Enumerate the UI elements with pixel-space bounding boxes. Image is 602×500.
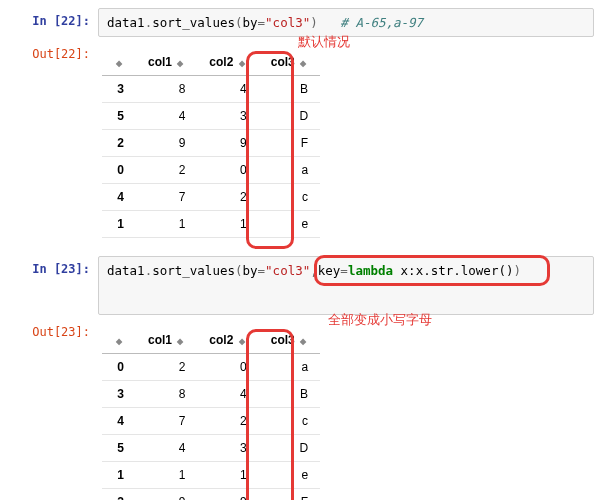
out-prompt-23: Out[23]: bbox=[8, 319, 98, 339]
sort-icon: ◆ bbox=[177, 59, 183, 68]
sort-icon: ◆ bbox=[239, 337, 245, 346]
table-body-22: 384B 543D 299F 020a 472c 111e bbox=[102, 76, 320, 238]
sort-icon: ◆ bbox=[116, 59, 122, 68]
col-header[interactable]: col1 ◆ bbox=[136, 327, 197, 354]
table-row: 299F bbox=[102, 130, 320, 157]
table-row: 472c bbox=[102, 408, 320, 435]
index-header[interactable]: ◆ bbox=[102, 49, 136, 76]
table-row: 020a bbox=[102, 157, 320, 184]
sort-icon: ◆ bbox=[300, 59, 306, 68]
dataframe-22: ◆ col1 ◆ col2 ◆ col3 ◆ 384B 543D 299F 02… bbox=[102, 49, 320, 238]
col-header[interactable]: col1 ◆ bbox=[136, 49, 197, 76]
annotation-23: 全部变成小写字母 bbox=[328, 311, 432, 329]
table-row: 543D bbox=[102, 435, 320, 462]
table-row: 384B bbox=[102, 76, 320, 103]
cell-23-input: In [23]: data1.sort_values(by="col3",key… bbox=[8, 256, 594, 315]
table-header-row: ◆ col1 ◆ col2 ◆ col3 ◆ bbox=[102, 327, 320, 354]
table-row: 020a bbox=[102, 354, 320, 381]
in-prompt-22: In [22]: bbox=[8, 8, 98, 28]
table-row: 111e bbox=[102, 462, 320, 489]
sort-icon: ◆ bbox=[116, 337, 122, 346]
index-header[interactable]: ◆ bbox=[102, 327, 136, 354]
out-prompt-22: Out[22]: bbox=[8, 41, 98, 61]
in-prompt-23: In [23]: bbox=[8, 256, 98, 276]
col-header[interactable]: col3 ◆ bbox=[259, 49, 320, 76]
col-header[interactable]: col2 ◆ bbox=[197, 327, 258, 354]
table-row: 111e bbox=[102, 211, 320, 238]
cell-23-output: Out[23]: 全部变成小写字母 ◆ col1 ◆ col2 ◆ col3 ◆… bbox=[8, 319, 594, 500]
table-row: 384B bbox=[102, 381, 320, 408]
code-23[interactable]: data1.sort_values(by="col3",key=lambda x… bbox=[98, 256, 594, 315]
col-header[interactable]: col3 ◆ bbox=[259, 327, 320, 354]
dataframe-23: ◆ col1 ◆ col2 ◆ col3 ◆ 020a 384B 472c 54… bbox=[102, 327, 320, 500]
sort-icon: ◆ bbox=[300, 337, 306, 346]
table-header-row: ◆ col1 ◆ col2 ◆ col3 ◆ bbox=[102, 49, 320, 76]
annotation-22: 默认情况 bbox=[298, 33, 350, 51]
col-header[interactable]: col2 ◆ bbox=[197, 49, 258, 76]
out-area-23: 全部变成小写字母 ◆ col1 ◆ col2 ◆ col3 ◆ 020a 384… bbox=[98, 319, 594, 500]
cell-22-output: Out[22]: 默认情况 ◆ col1 ◆ col2 ◆ col3 ◆ 384… bbox=[8, 41, 594, 252]
table-row: 472c bbox=[102, 184, 320, 211]
table-body-23: 020a 384B 472c 543D 111e 299F bbox=[102, 354, 320, 501]
sort-icon: ◆ bbox=[177, 337, 183, 346]
out-area-22: 默认情况 ◆ col1 ◆ col2 ◆ col3 ◆ 384B 543D 29… bbox=[98, 41, 594, 252]
table-row: 543D bbox=[102, 103, 320, 130]
sort-icon: ◆ bbox=[239, 59, 245, 68]
table-row: 299F bbox=[102, 489, 320, 501]
